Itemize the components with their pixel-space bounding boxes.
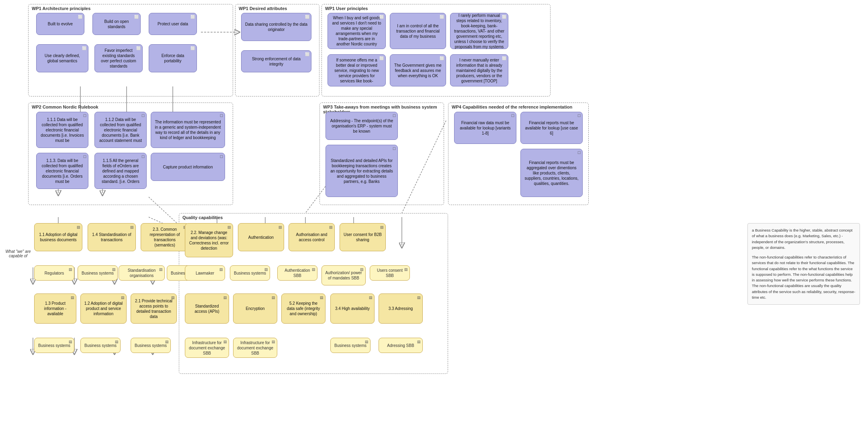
strong-enforcement-card[interactable]: Strong enforcement of data integrity ⬜ <box>241 50 311 72</box>
all-general-card[interactable]: 1.1.5 All the general fields of eOrders … <box>94 153 147 189</box>
business-systems-4-card[interactable]: Business systems ▤ <box>34 338 74 353</box>
encryption-card[interactable]: Encryption ▤ <box>233 293 277 324</box>
user-consent-card[interactable]: User consent for B2B sharing ▤ <box>340 223 386 251</box>
card-icon: ▤ <box>159 267 163 272</box>
info-represented-card[interactable]: The information must be represented in a… <box>151 112 225 148</box>
business-systems-6-card[interactable]: Business systems ▤ <box>131 338 171 353</box>
wp4-label: WP4 Capabilities needed of the reference… <box>452 105 572 109</box>
provide-technical-card[interactable]: 2.1 Provide technical access points to d… <box>131 293 177 324</box>
authorisation-access-card[interactable]: Authorisation and access control ▤ <box>289 223 335 251</box>
adressing-33-card[interactable]: 3.3 Adressing ▤ <box>379 293 423 324</box>
card-icon: ▤ <box>417 295 421 300</box>
card-icon: ⬜ <box>190 15 195 20</box>
card-icon: ☐ <box>577 151 581 156</box>
card-icon: ▤ <box>115 340 119 345</box>
card-icon: ▤ <box>369 295 373 300</box>
in-control-card[interactable]: I am in control of all the transaction a… <box>390 13 446 49</box>
adoption-digital-card[interactable]: 1.1 Adoption of digital business documen… <box>34 223 82 251</box>
card-icon: ⬜ <box>134 15 139 20</box>
rarely-perform-card[interactable]: I rarely perform manual steps related to… <box>450 13 508 49</box>
buy-sell-card[interactable]: When I buy and sell goods and services I… <box>328 13 386 49</box>
info-line2: The non-functional capabilities refer to… <box>752 254 856 300</box>
card-icon: ⬜ <box>136 46 141 51</box>
high-availability-card[interactable]: 3.4 High availability ▤ <box>330 293 375 324</box>
users-consent-sbb-card[interactable]: Users consent SBB ▤ <box>370 265 410 281</box>
wp1-user-label: WP1 User principles <box>325 6 368 11</box>
card-icon: ⬜ <box>379 56 384 61</box>
main-canvas: WP1 Architecture principles Built to evo… <box>0 0 868 435</box>
card-icon: ☐ <box>511 114 514 119</box>
data-13-card[interactable]: 1.1.3. Data will be collected from quali… <box>36 153 88 189</box>
card-icon: ▤ <box>171 295 175 300</box>
regulators-card[interactable]: Regulators ▤ <box>34 265 74 281</box>
standardisation-card[interactable]: 1.4 Standardisation of transactions ▤ <box>88 223 136 251</box>
gov-feedback-card[interactable]: The Government gives me feedback and ass… <box>390 54 446 86</box>
favor-imperfect-card[interactable]: Favor imperfect existing standards over … <box>94 44 143 72</box>
card-icon: ☐ <box>220 114 223 119</box>
card-icon: ☐ <box>83 114 86 119</box>
common-rep-card[interactable]: 2.3. Common representation of transactio… <box>141 223 189 251</box>
infra-doc-2-card[interactable]: Infrastructure for document exchange SBB… <box>233 338 277 358</box>
auth-sbb-card[interactable]: Authentication SBB ▤ <box>277 265 317 281</box>
wp1-arch-label: WP1 Architecture principles <box>32 6 90 11</box>
financial-reports-lookup-card[interactable]: Financial reports must be available for … <box>520 112 583 144</box>
product-info-card[interactable]: 1.3 Product information - avaliable ▤ <box>34 293 76 324</box>
card-icon: ▤ <box>112 267 116 272</box>
info-line1: a Business Capability is the higher, sta… <box>752 228 856 250</box>
card-icon: ⬜ <box>305 15 309 20</box>
data-11-card[interactable]: 1.1.1 Data will be collected from qualif… <box>36 112 88 148</box>
business-systems-7-card[interactable]: Business systems ▤ <box>330 338 371 353</box>
card-icon: ▤ <box>223 295 227 300</box>
authorization-sbb-card[interactable]: Authorization/ power of mandates SBB ▤ <box>321 265 366 285</box>
addressing-card[interactable]: Addressing - The endpoint(s) of the orga… <box>326 112 398 140</box>
card-icon: ▤ <box>130 225 134 230</box>
card-icon: ▤ <box>360 267 364 272</box>
card-icon: ▤ <box>278 225 282 230</box>
card-icon: ▤ <box>121 295 125 300</box>
someone-offers-card[interactable]: If someone offers me a better deal or im… <box>328 54 386 86</box>
standardisation-org-card[interactable]: Standardisation organisations ▤ <box>119 265 165 281</box>
protect-user-card[interactable]: Protect user data ⬜ <box>149 13 197 35</box>
built-evolve-card[interactable]: Built to evolve ⬜ <box>36 13 84 35</box>
keeping-data-safe-card[interactable]: 5.2 Keeping the data safe (integrity and… <box>281 293 326 324</box>
card-icon: ☐ <box>141 155 145 160</box>
card-icon: ⬜ <box>379 15 384 20</box>
financial-raw-card[interactable]: Financial raw data must be available for… <box>454 112 516 144</box>
business-systems-3-card[interactable]: Business systems ▤ <box>230 265 270 281</box>
financial-reports-agg-card[interactable]: Financial reports must be aggregated ove… <box>520 149 583 197</box>
enforce-portability-card[interactable]: Enforce data portability ⬜ <box>149 44 197 72</box>
wp2-label: WP2 Common Nordic Rulebook <box>32 105 98 109</box>
standardized-access-card[interactable]: Standardized access (APIs) ▤ <box>185 293 229 324</box>
data-12-card[interactable]: 1.1.2 Data will be collected from qualif… <box>94 112 147 148</box>
card-icon: ⬜ <box>502 56 506 61</box>
card-icon: ▤ <box>69 340 72 345</box>
card-icon: ▤ <box>165 340 169 345</box>
card-icon: ☐ <box>83 155 86 160</box>
card-icon: ☐ <box>577 114 581 119</box>
manage-change-card[interactable]: 2.2. Manage change and deviations (was: … <box>185 223 233 257</box>
card-icon: ▤ <box>312 267 315 272</box>
adressing-sbb-card[interactable]: Adressing SBB ▤ <box>379 338 423 353</box>
capture-product-card[interactable]: Capture product information ☐ <box>151 153 225 181</box>
data-sharing-card[interactable]: Data sharing controlled by the data orig… <box>241 13 311 41</box>
card-icon: ▤ <box>223 340 227 345</box>
card-icon: ⬜ <box>502 15 506 20</box>
build-open-card[interactable]: Build on open standards ⬜ <box>92 13 141 35</box>
adoption-digital-prod-card[interactable]: 1.2 Adoption of digital product and serv… <box>80 293 127 324</box>
card-icon: ▤ <box>77 225 80 230</box>
lawmaker-card[interactable]: Lawmaker ▤ <box>185 265 225 281</box>
card-icon: ▤ <box>404 267 408 272</box>
authentication-card[interactable]: Authentication ▤ <box>238 223 284 251</box>
card-icon: ▤ <box>71 295 74 300</box>
card-icon: ▤ <box>69 267 72 272</box>
card-icon: ▤ <box>329 225 333 230</box>
business-systems-1-card[interactable]: Business systems ▤ <box>78 265 118 281</box>
use-clearly-card[interactable]: Use clearly defined, global semantics ⬜ <box>36 44 88 72</box>
infra-doc-1-card[interactable]: Infrastructure for document exchange SBB… <box>185 338 229 358</box>
business-systems-5-card[interactable]: Business systems ▤ <box>80 338 121 353</box>
wp1-desired-label: WP1 Desired attributes <box>239 6 287 11</box>
card-icon: ⬜ <box>440 15 444 20</box>
standardized-detailed-card[interactable]: Standardized and detailed APIs for bookk… <box>326 145 398 197</box>
info-box: a Business Capability is the higher, sta… <box>747 223 860 305</box>
never-manually-card[interactable]: I never manually enter information that … <box>450 54 508 86</box>
